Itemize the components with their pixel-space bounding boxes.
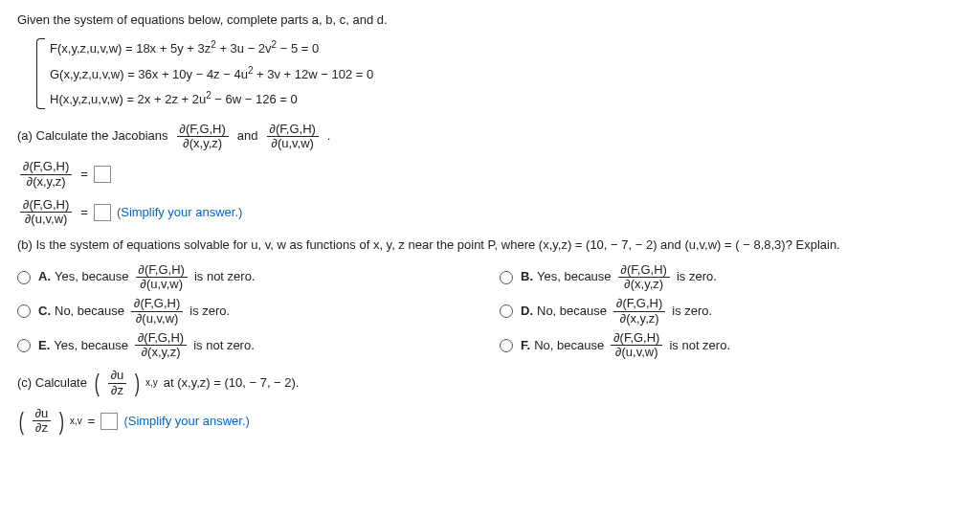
- equation-g: G(x,y,z,u,v,w) = 36x + 10y − 4z − 4u2 + …: [50, 64, 963, 84]
- option-tail: is zero.: [672, 303, 712, 320]
- part-b-question: (b) Is the system of equations solvable …: [17, 236, 963, 254]
- equals-sign: =: [88, 413, 96, 430]
- du-dz-expr-ans: ( ∂u∂z ) x,v: [17, 407, 82, 436]
- answer-input-uvw[interactable]: [94, 204, 111, 221]
- option-letter: D.: [521, 303, 533, 320]
- option-frac: ∂(F,G,H)∂(x,y,z): [135, 331, 187, 360]
- part-c-tail: at (x,y,z) = (10, − 7, − 2).: [164, 374, 300, 392]
- answer-jacobian-xyz: ∂(F,G,H) ∂(x,y,z) =: [17, 160, 963, 189]
- option-pre: No, because: [537, 303, 607, 320]
- period: .: [327, 127, 331, 145]
- option-pre: Yes, because: [55, 268, 129, 285]
- part-a-prompt: (a) Calculate the Jacobians ∂(F,G,H) ∂(x…: [17, 123, 963, 151]
- part-a-lead: (a) Calculate the Jacobians: [17, 127, 168, 145]
- equation-system: F(x,y,z,u,v,w) = 18x + 5y + 3z2 + 3u − 2…: [36, 38, 963, 109]
- jacobian-xyz: ∂(F,G,H) ∂(x,y,z): [177, 123, 229, 151]
- part-c-answer: ( ∂u∂z ) x,v = (Simplify your answer.): [17, 407, 963, 436]
- du-dz-expr: ( ∂u∂z ) x,y: [93, 369, 158, 397]
- answer-input-du-dz[interactable]: [100, 413, 118, 430]
- option-tail: is not zero.: [669, 337, 730, 354]
- radio-icon: [17, 271, 31, 284]
- jacobian-xyz-lhs: ∂(F,G,H) ∂(x,y,z): [20, 160, 72, 189]
- equals-sign: =: [80, 166, 88, 183]
- equals-sign: =: [80, 204, 88, 221]
- radio-icon: [17, 304, 31, 318]
- radio-icon: [500, 271, 513, 284]
- option-e[interactable]: E. Yes, because ∂(F,G,H)∂(x,y,z) is not …: [17, 331, 480, 360]
- option-tail: is zero.: [189, 303, 230, 320]
- option-b[interactable]: B. Yes, because ∂(F,G,H)∂(x,y,z) is zero…: [500, 263, 963, 292]
- option-pre: No, because: [55, 303, 124, 320]
- radio-icon: [500, 304, 513, 318]
- option-frac: ∂(F,G,H)∂(u,v,w): [136, 263, 188, 292]
- option-pre: Yes, because: [537, 268, 612, 285]
- part-b-options: A. Yes, because ∂(F,G,H)∂(u,v,w) is not …: [17, 263, 963, 360]
- and-text: and: [237, 127, 258, 145]
- option-frac: ∂(F,G,H)∂(u,v,w): [131, 297, 183, 326]
- option-a[interactable]: A. Yes, because ∂(F,G,H)∂(u,v,w) is not …: [17, 263, 480, 292]
- simplify-hint: (Simplify your answer.): [117, 204, 242, 221]
- option-tail: is not zero.: [194, 268, 256, 285]
- simplify-hint: (Simplify your answer.): [123, 413, 249, 430]
- part-c-lead: (c) Calculate: [17, 374, 87, 392]
- option-pre: Yes, because: [54, 337, 128, 354]
- option-frac: ∂(F,G,H)∂(x,y,z): [613, 297, 665, 326]
- radio-icon: [500, 339, 513, 352]
- option-letter: A.: [38, 268, 51, 285]
- answer-input-xyz[interactable]: [94, 166, 111, 183]
- option-frac: ∂(F,G,H)∂(u,v,w): [611, 331, 662, 360]
- equation-f: F(x,y,z,u,v,w) = 18x + 5y + 3z2 + 3u − 2…: [50, 38, 963, 58]
- radio-icon: [17, 339, 31, 352]
- option-tail: is zero.: [677, 268, 717, 285]
- option-frac: ∂(F,G,H)∂(x,y,z): [618, 263, 670, 292]
- intro-text: Given the system of equations below, com…: [17, 11, 963, 29]
- jacobian-uvw-lhs: ∂(F,G,H) ∂(u,v,w): [20, 198, 72, 227]
- option-d[interactable]: D. No, because ∂(F,G,H)∂(x,y,z) is zero.: [500, 297, 963, 326]
- equation-h: H(x,y,z,u,v,w) = 2x + 2z + 2u2 − 6w − 12…: [50, 89, 963, 109]
- option-letter: C.: [38, 303, 51, 320]
- option-pre: No, because: [534, 337, 604, 354]
- option-letter: F.: [521, 337, 530, 354]
- part-c-prompt: (c) Calculate ( ∂u∂z ) x,y at (x,y,z) = …: [17, 369, 963, 397]
- option-letter: B.: [521, 268, 533, 285]
- option-letter: E.: [38, 337, 50, 354]
- option-c[interactable]: C. No, because ∂(F,G,H)∂(u,v,w) is zero.: [17, 297, 480, 326]
- option-f[interactable]: F. No, because ∂(F,G,H)∂(u,v,w) is not z…: [500, 331, 963, 360]
- option-tail: is not zero.: [193, 337, 255, 354]
- answer-jacobian-uvw: ∂(F,G,H) ∂(u,v,w) = (Simplify your answe…: [17, 198, 963, 227]
- jacobian-uvw: ∂(F,G,H) ∂(u,v,w): [267, 123, 319, 151]
